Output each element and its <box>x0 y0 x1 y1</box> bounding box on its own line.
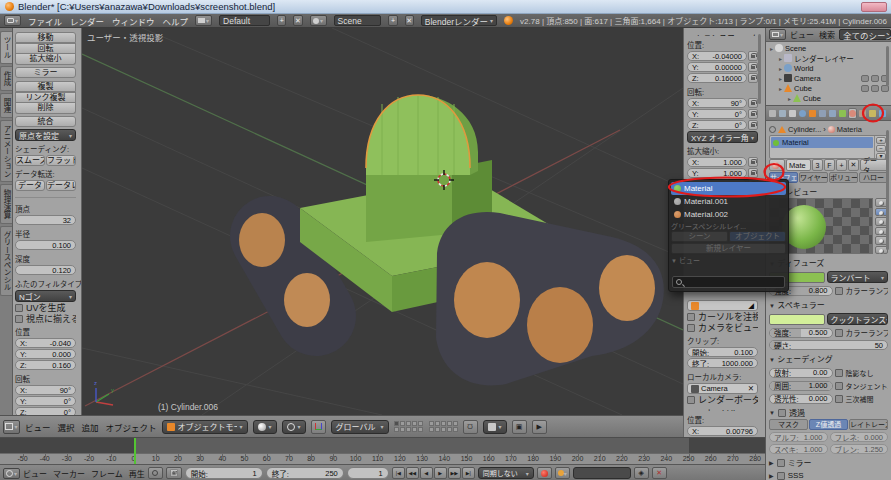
diffuse-shader-select[interactable]: ランバート▾ <box>827 271 889 283</box>
layout-add-button[interactable]: + <box>277 15 286 26</box>
viewport-3d[interactable]: z y ユーザー・透視投影 (1) Cylinder.006 <box>82 28 683 415</box>
operator-rotation-Z:[interactable]: Z:0° <box>15 407 76 415</box>
sync-mode-select[interactable]: 同期しない▾ <box>478 467 534 479</box>
orientation-select[interactable]: グローバル▾ <box>331 420 389 434</box>
cursor-x-field[interactable]: X:0.00796 <box>687 426 758 436</box>
properties-editor[interactable]: Cylinder... › Materia Material + − ▾ <box>765 106 891 480</box>
current-frame-field[interactable]: 1 <box>347 467 389 479</box>
layer-cell[interactable] <box>418 427 423 432</box>
outliner-row-Cube[interactable]: ▸Cube <box>768 83 889 93</box>
panel-header-ミラー[interactable]: ▶ミラー <box>769 457 888 468</box>
material-type-tab-ボリュー[interactable]: ボリュー <box>829 172 858 183</box>
npanel-checkbox-renderborder[interactable]: レンダーボーダー <box>687 394 758 405</box>
scene-delete-button[interactable]: ✕ <box>405 15 414 26</box>
window-close-button[interactable] <box>861 2 887 12</box>
material-link-select[interactable]: データ▾ <box>860 159 888 171</box>
properties-tab-scene[interactable] <box>788 108 797 119</box>
operator-rotation-X:[interactable]: X:90° <box>15 385 76 395</box>
panel-header-SSS[interactable]: ▶SSS <box>769 471 888 480</box>
transparency-field-フレネ:[interactable]: フレネ:0.000 <box>830 432 889 442</box>
shading-checkbox-タンジェント...[interactable]: タンジェント... <box>835 380 889 391</box>
info-menu-ウィンドウ[interactable]: ウィンドウ <box>112 15 155 27</box>
lock-frame-range-toggle[interactable] <box>166 467 182 479</box>
layer-cell[interactable] <box>412 427 417 432</box>
transparency-mode-レイトレース[interactable]: レイトレース <box>849 419 888 430</box>
lock-to-object-field[interactable]: ◢ <box>687 300 758 311</box>
editor-type-timeline-icon[interactable]: ▾ <box>3 468 20 479</box>
properties-tab-material[interactable] <box>848 108 857 119</box>
layer-cell[interactable] <box>453 427 458 432</box>
npanel-scrollbar[interactable] <box>758 34 761 104</box>
lock-icon[interactable] <box>748 73 758 83</box>
toolshelf-tab-グリースペンシル[interactable]: グリースペンシル <box>0 226 12 296</box>
panel-header-shading[interactable]: ▼ シェーディング <box>769 353 888 364</box>
clear-icon[interactable]: ✕ <box>748 384 754 393</box>
tool-button-データレ[interactable]: データレ <box>46 180 76 191</box>
toolshelf-panel[interactable]: ▼ トランスフォーム移動回転拡大縮小ミラー▼ 編集複製リンク複製削除統合原点を設… <box>13 28 82 415</box>
shading-slider-放射:[interactable]: 放射:0.00 <box>769 368 833 378</box>
outliner-menu-ビュー[interactable]: ビュー <box>790 29 814 40</box>
playback-button-2[interactable]: ◀ <box>420 467 433 479</box>
tool-button-回転[interactable]: 回転 <box>15 43 76 54</box>
scene-select[interactable]: Scene <box>334 15 382 26</box>
panel-header-specular[interactable]: ▼ スペキュラー <box>769 299 888 310</box>
toolshelf-tab-作成[interactable]: 作成 <box>0 66 12 91</box>
shading-slider-周囲:[interactable]: 周囲:1.000 <box>769 381 833 391</box>
layer-cell[interactable] <box>435 427 440 432</box>
lock-icon[interactable] <box>748 168 758 178</box>
diffuse-ramp-checkbox[interactable]: カラーランプ <box>835 285 889 296</box>
rotation-mode-select[interactable]: XYZ オイラー角▾ <box>687 131 758 143</box>
npanel-location-Z:[interactable]: Z:0.16000 <box>687 73 747 83</box>
layer-cell[interactable] <box>429 427 434 432</box>
layer-cell[interactable] <box>447 421 452 426</box>
viewport-menu-オブジェクト[interactable]: オブジェクト <box>106 421 157 433</box>
lock-icon[interactable] <box>748 62 758 72</box>
users-count-button[interactable]: 3 <box>812 159 823 171</box>
toolshelf-tab-ツール[interactable]: ツール <box>0 31 12 64</box>
auto-keyframe-button[interactable] <box>537 467 552 479</box>
toolshelf-tab-関連[interactable]: 関連 <box>0 93 12 118</box>
new-material-button[interactable]: + <box>836 159 847 171</box>
tool-button-フラット[interactable]: フラット <box>46 155 76 166</box>
shading-checkbox-陰影なし[interactable]: 陰影なし <box>835 367 889 378</box>
properties-tab-texture[interactable] <box>858 108 867 119</box>
active-keying-set-field[interactable] <box>573 467 631 479</box>
properties-tab-particles[interactable] <box>868 108 877 119</box>
lock-icon[interactable] <box>748 157 758 167</box>
tool-button-統合[interactable]: 統合 <box>15 116 76 127</box>
viewport-shading-select[interactable]: ▾ <box>253 420 277 434</box>
specular-ramp-checkbox[interactable]: カラーランプ <box>835 327 889 338</box>
outliner-menu-検索[interactable]: 検索 <box>819 29 835 40</box>
info-menu-ヘルプ[interactable]: ヘルプ <box>163 15 189 27</box>
operator-field-深度[interactable]: 0.120 <box>15 265 76 275</box>
slot-remove-button[interactable]: − <box>876 145 886 152</box>
npanel-rotation-X:[interactable]: X:90° <box>687 98 747 108</box>
material-slot-selected[interactable]: Material <box>771 137 873 148</box>
timeline-track[interactable] <box>0 438 765 453</box>
tool-button-データ[interactable]: データ <box>15 180 45 191</box>
properties-tab-physics[interactable] <box>878 108 887 119</box>
layer-cell[interactable] <box>394 427 399 432</box>
lock-icon[interactable] <box>748 98 758 108</box>
npanel-checkbox-カーソルを注視[interactable]: カーソルを注視 <box>687 311 758 322</box>
panel-header-transparency[interactable]: ▼透過 <box>769 407 888 418</box>
specular-shader-select[interactable]: クックトランス▾ <box>827 313 889 325</box>
properties-tab-render-layers[interactable] <box>778 108 787 119</box>
layer-cell[interactable] <box>394 421 399 426</box>
lock-icon[interactable] <box>748 120 758 130</box>
operator-field-頂点[interactable]: 32 <box>15 215 76 225</box>
opengl-render-still-button[interactable]: ▣ <box>512 420 527 434</box>
timeline-menu-フレーム[interactable]: フレーム <box>91 468 123 479</box>
editor-type-3dview-icon[interactable]: ▾ <box>3 420 20 434</box>
layer-cell[interactable] <box>441 427 446 432</box>
cap-fill-select[interactable]: Nゴン▾ <box>15 290 76 302</box>
npanel-rotation-Z:[interactable]: Z:0° <box>687 120 747 130</box>
outliner-row-World[interactable]: ▸World <box>768 63 889 73</box>
transparency-field-スペキ:[interactable]: スペキ:1.000 <box>769 444 828 454</box>
outliner-row-Cube[interactable]: ▸Cube <box>768 93 889 103</box>
outliner-row-Camera[interactable]: ▸Camera <box>768 73 889 83</box>
clip-開始:[interactable]: 開始:0.100 <box>687 347 758 357</box>
transparency-field-アルフ:[interactable]: アルフ:1.000 <box>769 432 828 442</box>
transparency-checkbox[interactable] <box>778 409 786 417</box>
tool-button-ミラー[interactable]: ミラー <box>15 67 76 78</box>
